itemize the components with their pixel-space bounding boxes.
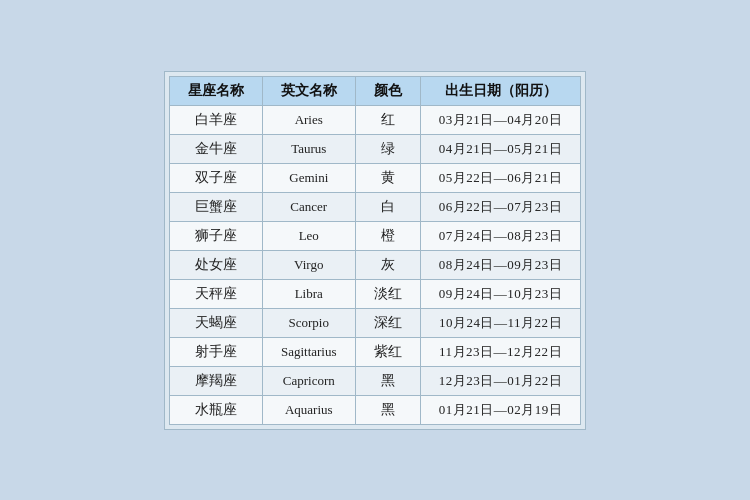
cell-color: 绿 [355, 134, 420, 163]
table-row: 双子座Gemini黄05月22日—06月21日 [169, 163, 581, 192]
cell-english-name: Virgo [262, 250, 355, 279]
cell-dates: 04月21日—05月21日 [420, 134, 581, 163]
cell-chinese-name: 水瓶座 [169, 395, 262, 424]
cell-color: 深红 [355, 308, 420, 337]
table-row: 水瓶座Aquarius黑01月21日—02月19日 [169, 395, 581, 424]
cell-english-name: Taurus [262, 134, 355, 163]
cell-chinese-name: 天蝎座 [169, 308, 262, 337]
table-row: 白羊座Aries红03月21日—04月20日 [169, 105, 581, 134]
cell-english-name: Leo [262, 221, 355, 250]
table-row: 摩羯座Capricorn黑12月23日—01月22日 [169, 366, 581, 395]
cell-english-name: Libra [262, 279, 355, 308]
cell-chinese-name: 白羊座 [169, 105, 262, 134]
cell-dates: 11月23日—12月22日 [420, 337, 581, 366]
cell-english-name: Gemini [262, 163, 355, 192]
cell-color: 黄 [355, 163, 420, 192]
cell-english-name: Sagittarius [262, 337, 355, 366]
table-header-row: 星座名称 英文名称 颜色 出生日期（阳历） [169, 76, 581, 105]
header-color: 颜色 [355, 76, 420, 105]
cell-chinese-name: 摩羯座 [169, 366, 262, 395]
cell-chinese-name: 处女座 [169, 250, 262, 279]
table-row: 天蝎座Scorpio深红10月24日—11月22日 [169, 308, 581, 337]
cell-dates: 06月22日—07月23日 [420, 192, 581, 221]
cell-english-name: Scorpio [262, 308, 355, 337]
cell-dates: 12月23日—01月22日 [420, 366, 581, 395]
cell-english-name: Cancer [262, 192, 355, 221]
cell-chinese-name: 狮子座 [169, 221, 262, 250]
cell-english-name: Aries [262, 105, 355, 134]
table-row: 狮子座Leo橙07月24日—08月23日 [169, 221, 581, 250]
cell-chinese-name: 巨蟹座 [169, 192, 262, 221]
cell-english-name: Capricorn [262, 366, 355, 395]
table-body: 白羊座Aries红03月21日—04月20日金牛座Taurus绿04月21日—0… [169, 105, 581, 424]
cell-color: 黑 [355, 366, 420, 395]
header-dates: 出生日期（阳历） [420, 76, 581, 105]
cell-chinese-name: 双子座 [169, 163, 262, 192]
zodiac-table: 星座名称 英文名称 颜色 出生日期（阳历） 白羊座Aries红03月21日—04… [169, 76, 582, 425]
cell-english-name: Aquarius [262, 395, 355, 424]
cell-color: 灰 [355, 250, 420, 279]
zodiac-table-container: 星座名称 英文名称 颜色 出生日期（阳历） 白羊座Aries红03月21日—04… [164, 71, 587, 430]
cell-color: 淡红 [355, 279, 420, 308]
cell-dates: 01月21日—02月19日 [420, 395, 581, 424]
cell-dates: 09月24日—10月23日 [420, 279, 581, 308]
cell-dates: 05月22日—06月21日 [420, 163, 581, 192]
cell-dates: 03月21日—04月20日 [420, 105, 581, 134]
cell-color: 红 [355, 105, 420, 134]
cell-color: 紫红 [355, 337, 420, 366]
header-english-name: 英文名称 [262, 76, 355, 105]
table-row: 射手座Sagittarius紫红11月23日—12月22日 [169, 337, 581, 366]
table-row: 巨蟹座Cancer白06月22日—07月23日 [169, 192, 581, 221]
table-row: 天秤座Libra淡红09月24日—10月23日 [169, 279, 581, 308]
cell-color: 白 [355, 192, 420, 221]
cell-color: 黑 [355, 395, 420, 424]
table-row: 处女座Virgo灰08月24日—09月23日 [169, 250, 581, 279]
cell-chinese-name: 射手座 [169, 337, 262, 366]
cell-chinese-name: 天秤座 [169, 279, 262, 308]
table-row: 金牛座Taurus绿04月21日—05月21日 [169, 134, 581, 163]
header-chinese-name: 星座名称 [169, 76, 262, 105]
cell-dates: 07月24日—08月23日 [420, 221, 581, 250]
cell-chinese-name: 金牛座 [169, 134, 262, 163]
cell-color: 橙 [355, 221, 420, 250]
cell-dates: 10月24日—11月22日 [420, 308, 581, 337]
cell-dates: 08月24日—09月23日 [420, 250, 581, 279]
